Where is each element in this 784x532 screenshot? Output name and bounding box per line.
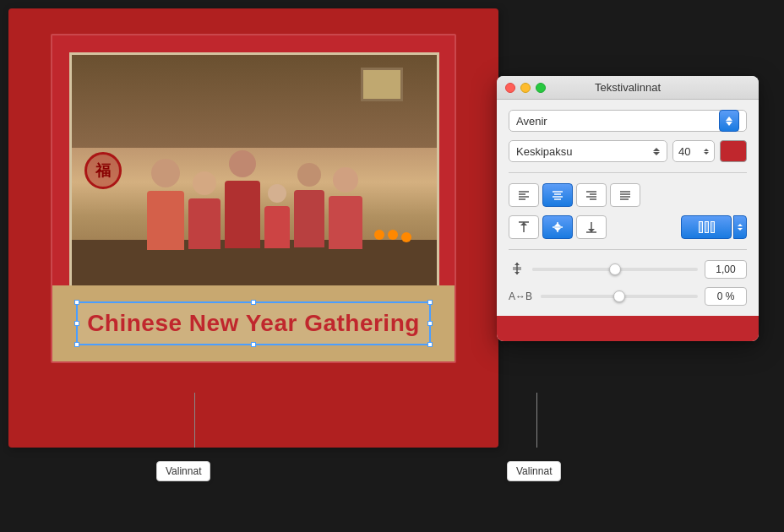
font-weight-select[interactable]: Keskipaksu xyxy=(509,140,667,162)
font-name-down[interactable] xyxy=(726,122,732,126)
align-center-button[interactable] xyxy=(542,183,573,207)
tooltip-line-right xyxy=(536,393,537,448)
valign-bottom-button[interactable] xyxy=(576,215,607,239)
divider-2 xyxy=(509,249,747,250)
align-right-button[interactable] xyxy=(576,183,607,207)
divider-1 xyxy=(509,172,747,173)
card-title-text: Chinese New Year Gathering xyxy=(87,310,420,337)
handle-mid-right[interactable] xyxy=(427,321,433,326)
handle-top-mid[interactable] xyxy=(251,300,256,305)
font-name-row: Avenir xyxy=(509,110,747,132)
line-spacing-thumb[interactable] xyxy=(609,263,621,275)
char-spacing-label: A↔B xyxy=(509,290,534,302)
font-size-select[interactable]: 40 xyxy=(672,140,715,162)
char-spacing-row: A↔B 0 % xyxy=(509,287,747,306)
svg-marker-29 xyxy=(514,272,520,274)
minimize-button[interactable] xyxy=(520,83,531,93)
font-name-up[interactable] xyxy=(726,117,732,121)
close-button[interactable] xyxy=(505,83,515,93)
font-name-select[interactable]: Avenir xyxy=(509,110,747,132)
panel-title: Tekstivalinnat xyxy=(595,81,661,94)
panel-body: Avenir Keskipaksu 40 xyxy=(497,100,759,316)
handle-top-left[interactable] xyxy=(74,300,79,305)
text-box[interactable]: Chinese New Year Gathering xyxy=(76,301,431,345)
panel: Tekstivalinnat Avenir Keskipaksu xyxy=(497,76,759,341)
column-btn-group xyxy=(681,215,747,239)
maximize-button[interactable] xyxy=(536,83,546,93)
handle-mid-left[interactable] xyxy=(74,321,79,326)
photo-area: 福 xyxy=(69,52,439,289)
char-spacing-thumb[interactable] xyxy=(613,290,625,302)
handle-bottom-mid[interactable] xyxy=(251,342,256,347)
panel-titlebar: Tekstivalinnat xyxy=(497,76,759,100)
traffic-lights xyxy=(505,83,546,93)
valign-middle-button[interactable] xyxy=(542,215,573,239)
handle-bottom-left[interactable] xyxy=(74,342,79,347)
tooltip-line-left xyxy=(194,393,195,448)
char-spacing-track[interactable] xyxy=(541,295,698,298)
panel-bottom-bar xyxy=(497,316,759,341)
h-align-row xyxy=(509,183,747,207)
column-layout-button[interactable] xyxy=(681,215,732,239)
photo-family-group xyxy=(72,90,437,252)
column-stepper[interactable] xyxy=(733,215,747,239)
handle-bottom-right[interactable] xyxy=(427,342,433,347)
handle-top-right[interactable] xyxy=(427,300,433,305)
char-spacing-value[interactable]: 0 % xyxy=(705,287,747,306)
tooltip-left: Valinnat xyxy=(156,461,210,481)
font-name-stepper[interactable] xyxy=(719,110,739,132)
svg-marker-22 xyxy=(554,228,561,231)
line-spacing-icon xyxy=(509,262,525,278)
valign-top-button[interactable] xyxy=(509,215,539,239)
v-align-row xyxy=(509,215,747,239)
card-text-area: Chinese New Year Gathering xyxy=(52,285,455,361)
svg-marker-28 xyxy=(514,263,520,265)
align-justify-button[interactable] xyxy=(610,183,640,207)
line-spacing-row: 1,00 xyxy=(509,260,747,279)
tooltip-right: Valinnat xyxy=(507,461,561,481)
line-spacing-track[interactable] xyxy=(532,268,698,271)
svg-marker-21 xyxy=(554,223,561,226)
align-left-button[interactable] xyxy=(509,183,539,207)
font-color-swatch[interactable] xyxy=(720,140,747,162)
line-spacing-value[interactable]: 1,00 xyxy=(705,260,747,279)
main-card: 福 xyxy=(51,34,456,363)
font-weight-row: Keskipaksu 40 xyxy=(509,140,747,162)
